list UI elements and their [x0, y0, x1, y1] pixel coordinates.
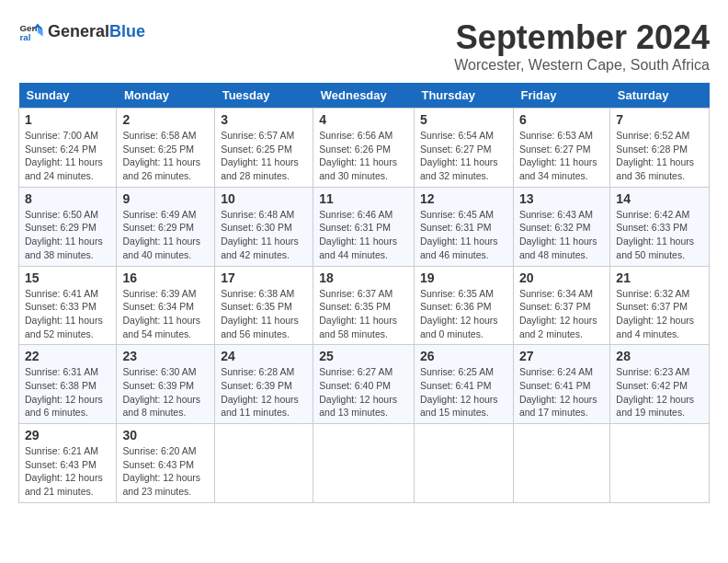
calendar-cell — [414, 424, 513, 503]
calendar-cell: 22 Sunrise: 6:31 AM Sunset: 6:38 PM Dayl… — [19, 345, 117, 424]
day-number: 19 — [420, 270, 507, 285]
day-info: Sunrise: 6:50 AM Sunset: 6:29 PM Dayligh… — [25, 208, 110, 262]
day-number: 18 — [319, 270, 408, 285]
calendar-cell: 18 Sunrise: 6:37 AM Sunset: 6:35 PM Dayl… — [313, 266, 415, 345]
calendar-cell: 3 Sunrise: 6:57 AM Sunset: 6:25 PM Dayli… — [215, 109, 313, 188]
day-number: 29 — [25, 428, 110, 442]
calendar-cell: 30 Sunrise: 6:20 AM Sunset: 6:43 PM Dayl… — [117, 424, 215, 503]
day-number: 10 — [221, 191, 307, 206]
day-info: Sunrise: 6:56 AM Sunset: 6:26 PM Dayligh… — [319, 129, 408, 183]
day-info: Sunrise: 6:53 AM Sunset: 6:27 PM Dayligh… — [519, 129, 604, 183]
col-header-tuesday: Tuesday — [215, 83, 313, 109]
day-info: Sunrise: 6:30 AM Sunset: 6:39 PM Dayligh… — [122, 365, 209, 419]
calendar-table: SundayMondayTuesdayWednesdayThursdayFrid… — [18, 83, 710, 503]
calendar-cell: 7 Sunrise: 6:52 AM Sunset: 6:28 PM Dayli… — [610, 109, 710, 188]
day-info: Sunrise: 6:48 AM Sunset: 6:30 PM Dayligh… — [221, 208, 307, 262]
logo-blue: Blue — [109, 22, 145, 40]
day-number: 17 — [221, 270, 307, 285]
calendar-cell: 10 Sunrise: 6:48 AM Sunset: 6:30 PM Dayl… — [215, 187, 313, 266]
day-number: 25 — [319, 349, 408, 363]
header-row: SundayMondayTuesdayWednesdayThursdayFrid… — [19, 83, 710, 109]
calendar-cell: 1 Sunrise: 7:00 AM Sunset: 6:24 PM Dayli… — [19, 109, 117, 188]
day-number: 28 — [616, 349, 703, 363]
calendar-cell: 4 Sunrise: 6:56 AM Sunset: 6:26 PM Dayli… — [313, 109, 415, 188]
col-header-friday: Friday — [513, 83, 609, 109]
day-number: 11 — [319, 191, 408, 206]
calendar-cell — [313, 424, 415, 503]
day-number: 5 — [420, 112, 507, 127]
col-header-saturday: Saturday — [610, 83, 710, 109]
day-number: 8 — [25, 191, 110, 206]
calendar-cell: 14 Sunrise: 6:42 AM Sunset: 6:33 PM Dayl… — [610, 187, 710, 266]
day-info: Sunrise: 6:21 AM Sunset: 6:43 PM Dayligh… — [25, 444, 110, 499]
calendar-cell: 20 Sunrise: 6:34 AM Sunset: 6:37 PM Dayl… — [513, 266, 609, 345]
calendar-cell: 8 Sunrise: 6:50 AM Sunset: 6:29 PM Dayli… — [19, 187, 117, 266]
day-info: Sunrise: 6:49 AM Sunset: 6:29 PM Dayligh… — [122, 208, 209, 262]
day-info: Sunrise: 6:38 AM Sunset: 6:35 PM Dayligh… — [221, 287, 307, 341]
day-number: 1 — [25, 112, 110, 127]
day-info: Sunrise: 6:34 AM Sunset: 6:37 PM Dayligh… — [519, 287, 604, 341]
col-header-sunday: Sunday — [19, 83, 117, 109]
day-info: Sunrise: 6:23 AM Sunset: 6:42 PM Dayligh… — [616, 365, 703, 419]
calendar-cell: 26 Sunrise: 6:25 AM Sunset: 6:41 PM Dayl… — [414, 345, 513, 424]
calendar-cell: 24 Sunrise: 6:28 AM Sunset: 6:39 PM Dayl… — [215, 345, 313, 424]
calendar-cell: 28 Sunrise: 6:23 AM Sunset: 6:42 PM Dayl… — [610, 345, 710, 424]
calendar-cell: 29 Sunrise: 6:21 AM Sunset: 6:43 PM Dayl… — [19, 424, 117, 503]
day-info: Sunrise: 6:57 AM Sunset: 6:25 PM Dayligh… — [221, 129, 307, 183]
page-header: Gene ral GeneralBlue September 2024 Worc… — [18, 18, 710, 74]
calendar-cell: 27 Sunrise: 6:24 AM Sunset: 6:41 PM Dayl… — [513, 345, 609, 424]
day-number: 23 — [122, 349, 209, 363]
calendar-cell: 11 Sunrise: 6:46 AM Sunset: 6:31 PM Dayl… — [313, 187, 415, 266]
logo-text: GeneralBlue — [48, 22, 145, 41]
week-row-5: 29 Sunrise: 6:21 AM Sunset: 6:43 PM Dayl… — [19, 424, 710, 503]
week-row-1: 1 Sunrise: 7:00 AM Sunset: 6:24 PM Dayli… — [19, 109, 710, 188]
day-number: 3 — [221, 112, 307, 127]
calendar-cell: 6 Sunrise: 6:53 AM Sunset: 6:27 PM Dayli… — [513, 109, 609, 188]
day-info: Sunrise: 6:24 AM Sunset: 6:41 PM Dayligh… — [519, 365, 604, 419]
calendar-cell — [513, 424, 609, 503]
calendar-cell: 9 Sunrise: 6:49 AM Sunset: 6:29 PM Dayli… — [117, 187, 215, 266]
calendar-cell: 16 Sunrise: 6:39 AM Sunset: 6:34 PM Dayl… — [117, 266, 215, 345]
day-number: 12 — [420, 191, 507, 206]
week-row-4: 22 Sunrise: 6:31 AM Sunset: 6:38 PM Dayl… — [19, 345, 710, 424]
col-header-wednesday: Wednesday — [313, 83, 415, 109]
day-info: Sunrise: 6:46 AM Sunset: 6:31 PM Dayligh… — [319, 208, 408, 262]
day-info: Sunrise: 6:45 AM Sunset: 6:31 PM Dayligh… — [420, 208, 507, 262]
title-area: September 2024 Worcester, Western Cape, … — [454, 18, 710, 74]
day-info: Sunrise: 6:28 AM Sunset: 6:39 PM Dayligh… — [221, 365, 307, 419]
col-header-thursday: Thursday — [414, 83, 513, 109]
day-info: Sunrise: 6:41 AM Sunset: 6:33 PM Dayligh… — [25, 287, 110, 341]
day-number: 9 — [122, 191, 209, 206]
day-number: 15 — [25, 270, 110, 285]
location-title: Worcester, Western Cape, South Africa — [454, 57, 710, 74]
day-number: 30 — [122, 428, 209, 442]
day-info: Sunrise: 6:42 AM Sunset: 6:33 PM Dayligh… — [616, 208, 703, 262]
calendar-cell — [215, 424, 313, 503]
calendar-cell — [610, 424, 710, 503]
day-info: Sunrise: 7:00 AM Sunset: 6:24 PM Dayligh… — [25, 129, 110, 183]
logo: Gene ral GeneralBlue — [18, 18, 145, 44]
svg-text:ral: ral — [19, 32, 30, 42]
month-title: September 2024 — [454, 18, 710, 57]
calendar-cell: 25 Sunrise: 6:27 AM Sunset: 6:40 PM Dayl… — [313, 345, 415, 424]
calendar-cell: 17 Sunrise: 6:38 AM Sunset: 6:35 PM Dayl… — [215, 266, 313, 345]
day-number: 21 — [616, 270, 703, 285]
calendar-cell: 13 Sunrise: 6:43 AM Sunset: 6:32 PM Dayl… — [513, 187, 609, 266]
day-number: 27 — [519, 349, 604, 363]
calendar-cell: 12 Sunrise: 6:45 AM Sunset: 6:31 PM Dayl… — [414, 187, 513, 266]
calendar-cell: 19 Sunrise: 6:35 AM Sunset: 6:36 PM Dayl… — [414, 266, 513, 345]
week-row-3: 15 Sunrise: 6:41 AM Sunset: 6:33 PM Dayl… — [19, 266, 710, 345]
day-info: Sunrise: 6:27 AM Sunset: 6:40 PM Dayligh… — [319, 365, 408, 419]
day-info: Sunrise: 6:54 AM Sunset: 6:27 PM Dayligh… — [420, 129, 507, 183]
day-info: Sunrise: 6:32 AM Sunset: 6:37 PM Dayligh… — [616, 287, 703, 341]
day-number: 2 — [122, 112, 209, 127]
day-info: Sunrise: 6:43 AM Sunset: 6:32 PM Dayligh… — [519, 208, 604, 262]
calendar-cell: 23 Sunrise: 6:30 AM Sunset: 6:39 PM Dayl… — [117, 345, 215, 424]
day-number: 4 — [319, 112, 408, 127]
day-number: 20 — [519, 270, 604, 285]
day-number: 22 — [25, 349, 110, 363]
day-info: Sunrise: 6:35 AM Sunset: 6:36 PM Dayligh… — [420, 287, 507, 341]
day-info: Sunrise: 6:31 AM Sunset: 6:38 PM Dayligh… — [25, 365, 110, 419]
day-number: 13 — [519, 191, 604, 206]
day-number: 16 — [122, 270, 209, 285]
